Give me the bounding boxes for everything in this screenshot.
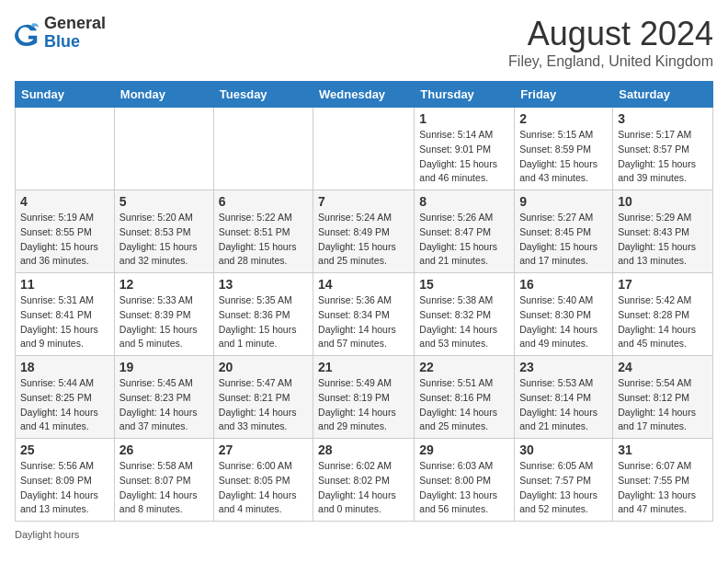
title-block: August 2024 Filey, England, United Kingd… [508, 15, 713, 70]
footer: Daylight hours [15, 529, 713, 540]
day-info: Sunrise: 5:14 AM Sunset: 9:01 PM Dayligh… [419, 128, 509, 186]
day-number: 29 [419, 442, 509, 457]
day-info: Sunrise: 5:49 AM Sunset: 8:19 PM Dayligh… [318, 376, 409, 434]
day-number: 11 [20, 277, 109, 292]
day-cell [114, 108, 213, 190]
day-number: 5 [119, 194, 209, 209]
logo-icon [15, 20, 40, 46]
day-cell: 13Sunrise: 5:35 AM Sunset: 8:36 PM Dayli… [213, 273, 313, 356]
day-info: Sunrise: 5:45 AM Sunset: 8:23 PM Dayligh… [119, 376, 209, 434]
day-cell: 18Sunrise: 5:44 AM Sunset: 8:25 PM Dayli… [16, 356, 115, 439]
day-number: 30 [519, 442, 608, 457]
day-number: 19 [119, 360, 209, 374]
day-number: 25 [20, 442, 109, 457]
day-cell: 10Sunrise: 5:29 AM Sunset: 8:43 PM Dayli… [613, 190, 713, 273]
day-number: 13 [219, 277, 308, 292]
day-info: Sunrise: 5:22 AM Sunset: 8:51 PM Dayligh… [219, 211, 308, 269]
day-info: Sunrise: 6:00 AM Sunset: 8:05 PM Dayligh… [219, 459, 308, 517]
day-number: 15 [419, 277, 509, 292]
day-number: 8 [419, 194, 509, 209]
day-cell: 19Sunrise: 5:45 AM Sunset: 8:23 PM Dayli… [114, 356, 213, 439]
day-info: Sunrise: 6:03 AM Sunset: 8:00 PM Dayligh… [419, 459, 509, 517]
day-cell [16, 108, 115, 190]
day-number: 9 [519, 194, 608, 209]
week-row-4: 18Sunrise: 5:44 AM Sunset: 8:25 PM Dayli… [16, 356, 713, 439]
day-header-saturday: Saturday [613, 82, 713, 108]
day-info: Sunrise: 5:38 AM Sunset: 8:32 PM Dayligh… [419, 293, 509, 351]
day-header-tuesday: Tuesday [213, 82, 313, 108]
day-cell: 11Sunrise: 5:31 AM Sunset: 8:41 PM Dayli… [16, 273, 115, 356]
day-cell: 14Sunrise: 5:36 AM Sunset: 8:34 PM Dayli… [313, 273, 415, 356]
day-info: Sunrise: 5:24 AM Sunset: 8:49 PM Dayligh… [318, 211, 409, 269]
day-cell: 17Sunrise: 5:42 AM Sunset: 8:28 PM Dayli… [613, 273, 713, 356]
day-cell: 24Sunrise: 5:54 AM Sunset: 8:12 PM Dayli… [613, 356, 713, 439]
day-number: 17 [618, 277, 708, 292]
day-info: Sunrise: 6:02 AM Sunset: 8:02 PM Dayligh… [318, 459, 409, 517]
day-info: Sunrise: 6:07 AM Sunset: 7:55 PM Dayligh… [618, 459, 708, 517]
logo-general: General [44, 14, 106, 32]
day-info: Sunrise: 5:29 AM Sunset: 8:43 PM Dayligh… [618, 211, 708, 269]
day-cell: 31Sunrise: 6:07 AM Sunset: 7:55 PM Dayli… [613, 439, 713, 522]
day-number: 2 [519, 111, 608, 126]
month-title: August 2024 [508, 15, 713, 53]
day-info: Sunrise: 5:54 AM Sunset: 8:12 PM Dayligh… [618, 376, 708, 434]
day-cell: 15Sunrise: 5:38 AM Sunset: 8:32 PM Dayli… [415, 273, 515, 356]
week-row-3: 11Sunrise: 5:31 AM Sunset: 8:41 PM Dayli… [16, 273, 713, 356]
day-info: Sunrise: 5:26 AM Sunset: 8:47 PM Dayligh… [419, 211, 509, 269]
day-cell: 28Sunrise: 6:02 AM Sunset: 8:02 PM Dayli… [313, 439, 415, 522]
day-cell: 2Sunrise: 5:15 AM Sunset: 8:59 PM Daylig… [515, 108, 613, 190]
day-header-sunday: Sunday [16, 82, 115, 108]
day-info: Sunrise: 5:58 AM Sunset: 8:07 PM Dayligh… [119, 459, 209, 517]
day-info: Sunrise: 6:05 AM Sunset: 7:57 PM Dayligh… [519, 459, 608, 517]
day-header-monday: Monday [114, 82, 213, 108]
day-info: Sunrise: 5:17 AM Sunset: 8:57 PM Dayligh… [618, 128, 708, 186]
day-number: 28 [318, 442, 409, 457]
day-number: 3 [618, 111, 708, 126]
day-info: Sunrise: 5:27 AM Sunset: 8:45 PM Dayligh… [519, 211, 608, 269]
day-number: 1 [419, 111, 509, 126]
logo: General Blue [15, 15, 106, 52]
day-info: Sunrise: 5:20 AM Sunset: 8:53 PM Dayligh… [119, 211, 209, 269]
day-info: Sunrise: 5:53 AM Sunset: 8:14 PM Dayligh… [519, 376, 608, 434]
header-row: SundayMondayTuesdayWednesdayThursdayFrid… [16, 82, 713, 108]
day-number: 12 [119, 277, 209, 292]
day-cell: 20Sunrise: 5:47 AM Sunset: 8:21 PM Dayli… [213, 356, 313, 439]
day-number: 20 [219, 360, 308, 374]
day-cell: 25Sunrise: 5:56 AM Sunset: 8:09 PM Dayli… [16, 439, 115, 522]
day-cell: 12Sunrise: 5:33 AM Sunset: 8:39 PM Dayli… [114, 273, 213, 356]
day-number: 21 [318, 360, 409, 374]
day-info: Sunrise: 5:15 AM Sunset: 8:59 PM Dayligh… [519, 128, 608, 186]
day-cell: 26Sunrise: 5:58 AM Sunset: 8:07 PM Dayli… [114, 439, 213, 522]
day-info: Sunrise: 5:44 AM Sunset: 8:25 PM Dayligh… [20, 376, 109, 434]
day-number: 27 [219, 442, 308, 457]
day-info: Sunrise: 5:51 AM Sunset: 8:16 PM Dayligh… [419, 376, 509, 434]
day-cell: 1Sunrise: 5:14 AM Sunset: 9:01 PM Daylig… [415, 108, 515, 190]
day-cell: 9Sunrise: 5:27 AM Sunset: 8:45 PM Daylig… [515, 190, 613, 273]
day-number: 7 [318, 194, 409, 209]
day-cell: 5Sunrise: 5:20 AM Sunset: 8:53 PM Daylig… [114, 190, 213, 273]
day-number: 14 [318, 277, 409, 292]
day-info: Sunrise: 5:42 AM Sunset: 8:28 PM Dayligh… [618, 293, 708, 351]
day-info: Sunrise: 5:47 AM Sunset: 8:21 PM Dayligh… [219, 376, 308, 434]
daylight-label: Daylight hours [15, 529, 79, 540]
day-info: Sunrise: 5:56 AM Sunset: 8:09 PM Dayligh… [20, 459, 109, 517]
day-info: Sunrise: 5:33 AM Sunset: 8:39 PM Dayligh… [119, 293, 209, 351]
week-row-2: 4Sunrise: 5:19 AM Sunset: 8:55 PM Daylig… [16, 190, 713, 273]
day-cell [213, 108, 313, 190]
day-cell: 30Sunrise: 6:05 AM Sunset: 7:57 PM Dayli… [515, 439, 613, 522]
calendar-table: SundayMondayTuesdayWednesdayThursdayFrid… [15, 81, 713, 522]
day-number: 18 [20, 360, 109, 374]
day-cell: 6Sunrise: 5:22 AM Sunset: 8:51 PM Daylig… [213, 190, 313, 273]
day-info: Sunrise: 5:35 AM Sunset: 8:36 PM Dayligh… [219, 293, 308, 351]
day-number: 6 [219, 194, 308, 209]
location: Filey, England, United Kingdom [508, 53, 713, 70]
day-header-thursday: Thursday [415, 82, 515, 108]
page-header: General Blue August 2024 Filey, England,… [15, 15, 713, 70]
day-cell: 16Sunrise: 5:40 AM Sunset: 8:30 PM Dayli… [515, 273, 613, 356]
day-cell: 7Sunrise: 5:24 AM Sunset: 8:49 PM Daylig… [313, 190, 415, 273]
week-row-1: 1Sunrise: 5:14 AM Sunset: 9:01 PM Daylig… [16, 108, 713, 190]
day-cell [313, 108, 415, 190]
day-info: Sunrise: 5:36 AM Sunset: 8:34 PM Dayligh… [318, 293, 409, 351]
day-header-friday: Friday [515, 82, 613, 108]
day-number: 16 [519, 277, 608, 292]
